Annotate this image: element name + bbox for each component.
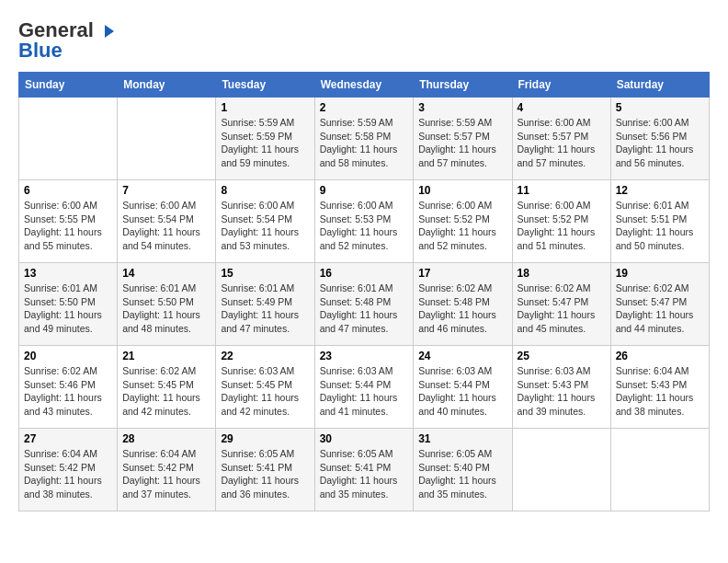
calendar-cell: 13Sunrise: 6:01 AM Sunset: 5:50 PM Dayli… [19,263,118,346]
day-number: 6 [24,184,112,197]
day-number: 23 [320,350,409,362]
calendar-cell: 21Sunrise: 6:02 AM Sunset: 5:45 PM Dayli… [118,346,216,429]
day-number: 30 [320,432,409,445]
svg-marker-0 [105,25,114,38]
day-number: 14 [122,267,210,280]
calendar-cell: 2Sunrise: 5:59 AM Sunset: 5:58 PM Daylig… [314,98,414,180]
day-info: Sunrise: 6:03 AM Sunset: 5:43 PM Dayligh… [518,364,606,419]
day-number: 2 [320,101,409,114]
calendar-cell: 25Sunrise: 6:03 AM Sunset: 5:43 PM Dayli… [512,346,610,429]
calendar-cell [118,98,216,180]
calendar-cell: 8Sunrise: 6:00 AM Sunset: 5:54 PM Daylig… [216,180,314,263]
calendar-cell: 12Sunrise: 6:01 AM Sunset: 5:51 PM Dayli… [610,180,709,263]
logo-subtext: Blue [18,39,63,63]
day-number: 10 [418,184,506,197]
calendar-cell: 20Sunrise: 6:02 AM Sunset: 5:46 PM Dayli… [19,346,118,429]
day-info: Sunrise: 6:01 AM Sunset: 5:48 PM Dayligh… [320,282,409,336]
calendar-cell: 17Sunrise: 6:02 AM Sunset: 5:48 PM Dayli… [414,263,512,346]
day-number: 8 [221,184,309,197]
day-info: Sunrise: 5:59 AM Sunset: 5:58 PM Dayligh… [320,116,409,170]
calendar-cell: 16Sunrise: 6:01 AM Sunset: 5:48 PM Dayli… [314,263,414,346]
calendar-cell: 29Sunrise: 6:05 AM Sunset: 5:41 PM Dayli… [216,429,314,511]
day-number: 15 [221,267,309,280]
day-number: 25 [518,350,606,362]
day-number: 24 [418,350,506,362]
calendar-cell: 9Sunrise: 6:00 AM Sunset: 5:53 PM Daylig… [314,180,414,263]
day-info: Sunrise: 6:00 AM Sunset: 5:52 PM Dayligh… [518,199,606,253]
calendar-cell: 23Sunrise: 6:03 AM Sunset: 5:44 PM Dayli… [314,346,414,429]
day-info: Sunrise: 6:01 AM Sunset: 5:50 PM Dayligh… [24,282,112,336]
day-number: 22 [221,350,309,362]
calendar-cell: 28Sunrise: 6:04 AM Sunset: 5:42 PM Dayli… [118,429,216,511]
calendar-table: SundayMondayTuesdayWednesdayThursdayFrid… [18,72,710,511]
day-number: 18 [518,267,606,280]
calendar-cell: 30Sunrise: 6:05 AM Sunset: 5:41 PM Dayli… [314,429,414,511]
calendar-week-row: 13Sunrise: 6:01 AM Sunset: 5:50 PM Dayli… [19,263,710,346]
day-info: Sunrise: 6:02 AM Sunset: 5:48 PM Dayligh… [418,282,506,336]
weekday-header: Wednesday [314,73,414,98]
calendar-cell [512,429,610,511]
day-info: Sunrise: 6:00 AM Sunset: 5:53 PM Dayligh… [320,199,409,253]
calendar-cell: 19Sunrise: 6:02 AM Sunset: 5:47 PM Dayli… [610,263,709,346]
day-info: Sunrise: 6:01 AM Sunset: 5:49 PM Dayligh… [221,282,309,336]
day-info: Sunrise: 6:03 AM Sunset: 5:44 PM Dayligh… [418,364,506,419]
day-number: 16 [320,267,409,280]
day-info: Sunrise: 6:00 AM Sunset: 5:55 PM Dayligh… [24,199,112,253]
calendar-week-row: 1Sunrise: 5:59 AM Sunset: 5:59 PM Daylig… [19,98,710,180]
day-number: 28 [122,432,210,445]
weekday-header: Monday [118,73,216,98]
calendar-cell: 5Sunrise: 6:00 AM Sunset: 5:56 PM Daylig… [610,98,709,180]
calendar-cell: 6Sunrise: 6:00 AM Sunset: 5:55 PM Daylig… [19,180,118,263]
day-number: 5 [616,101,704,114]
day-number: 20 [24,350,112,362]
calendar-cell: 11Sunrise: 6:00 AM Sunset: 5:52 PM Dayli… [512,180,610,263]
calendar-cell: 15Sunrise: 6:01 AM Sunset: 5:49 PM Dayli… [216,263,314,346]
day-info: Sunrise: 6:00 AM Sunset: 5:52 PM Dayligh… [418,199,506,253]
day-info: Sunrise: 6:01 AM Sunset: 5:51 PM Dayligh… [616,199,704,253]
page-header: General Blue [18,18,710,63]
weekday-header: Friday [512,73,610,98]
day-info: Sunrise: 6:02 AM Sunset: 5:45 PM Dayligh… [122,364,210,419]
day-info: Sunrise: 6:02 AM Sunset: 5:46 PM Dayligh… [24,364,112,419]
calendar-cell: 3Sunrise: 5:59 AM Sunset: 5:57 PM Daylig… [414,98,512,180]
calendar-cell: 22Sunrise: 6:03 AM Sunset: 5:45 PM Dayli… [216,346,314,429]
day-number: 1 [221,101,309,114]
calendar-week-row: 6Sunrise: 6:00 AM Sunset: 5:55 PM Daylig… [19,180,710,263]
weekday-header: Saturday [610,73,709,98]
day-info: Sunrise: 6:00 AM Sunset: 5:57 PM Dayligh… [518,116,606,170]
calendar-cell: 14Sunrise: 6:01 AM Sunset: 5:50 PM Dayli… [118,263,216,346]
logo-icon [101,23,118,40]
weekday-header: Sunday [19,73,118,98]
day-info: Sunrise: 6:05 AM Sunset: 5:41 PM Dayligh… [320,447,409,501]
day-info: Sunrise: 6:01 AM Sunset: 5:50 PM Dayligh… [122,282,210,336]
calendar-cell: 4Sunrise: 6:00 AM Sunset: 5:57 PM Daylig… [512,98,610,180]
day-number: 31 [418,432,506,445]
day-info: Sunrise: 5:59 AM Sunset: 5:57 PM Dayligh… [418,116,506,170]
calendar-cell: 26Sunrise: 6:04 AM Sunset: 5:43 PM Dayli… [610,346,709,429]
day-info: Sunrise: 6:04 AM Sunset: 5:42 PM Dayligh… [24,447,112,501]
weekday-header: Tuesday [216,73,314,98]
day-number: 19 [616,267,704,280]
calendar-week-row: 20Sunrise: 6:02 AM Sunset: 5:46 PM Dayli… [19,346,710,429]
day-info: Sunrise: 6:04 AM Sunset: 5:43 PM Dayligh… [616,364,704,419]
calendar-cell: 18Sunrise: 6:02 AM Sunset: 5:47 PM Dayli… [512,263,610,346]
calendar-cell: 31Sunrise: 6:05 AM Sunset: 5:40 PM Dayli… [414,429,512,511]
day-number: 7 [122,184,210,197]
calendar-cell: 27Sunrise: 6:04 AM Sunset: 5:42 PM Dayli… [19,429,118,511]
day-number: 27 [24,432,112,445]
calendar-cell [610,429,709,511]
day-info: Sunrise: 6:00 AM Sunset: 5:54 PM Dayligh… [221,199,309,253]
day-info: Sunrise: 6:03 AM Sunset: 5:44 PM Dayligh… [320,364,409,419]
day-number: 9 [320,184,409,197]
day-info: Sunrise: 5:59 AM Sunset: 5:59 PM Dayligh… [221,116,309,170]
day-number: 4 [518,101,606,114]
day-number: 12 [616,184,704,197]
calendar-cell [19,98,118,180]
logo: General Blue [18,18,118,63]
day-number: 17 [418,267,506,280]
day-number: 3 [418,101,506,114]
day-info: Sunrise: 6:02 AM Sunset: 5:47 PM Dayligh… [518,282,606,336]
day-info: Sunrise: 6:03 AM Sunset: 5:45 PM Dayligh… [221,364,309,419]
day-info: Sunrise: 6:02 AM Sunset: 5:47 PM Dayligh… [616,282,704,336]
calendar-cell: 7Sunrise: 6:00 AM Sunset: 5:54 PM Daylig… [118,180,216,263]
